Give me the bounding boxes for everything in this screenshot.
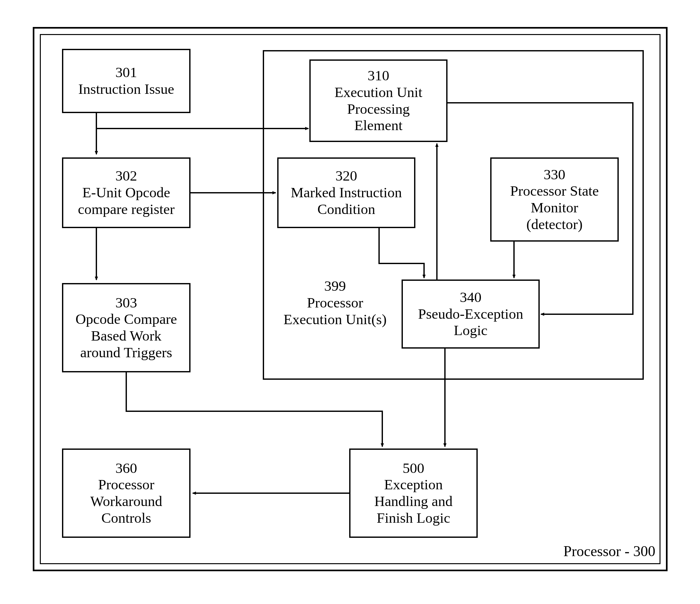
box-303-text3: around Triggers [80,345,172,361]
box-302: 302 E-Unit Opcode compare register [62,157,191,228]
box-320: 320 Marked Instruction Condition [277,157,416,228]
box-330-text1: Processor State [510,183,599,200]
processor-caption-label: Processor - [564,543,630,559]
box-360-text3: Controls [101,510,151,527]
label-399-text1: Processor [272,295,398,311]
box-310-num: 310 [368,68,389,84]
box-360: 360 Processor Workaround Controls [62,449,191,538]
box-303-num: 303 [115,295,137,311]
box-302-text1: E-Unit Opcode [82,184,170,201]
diagram-canvas: 301 Instruction Issue 302 E-Unit Opcode … [0,0,700,604]
box-310: 310 Execution Unit Processing Element [309,59,448,142]
box-320-text2: Condition [317,201,375,218]
box-301-text: Instruction Issue [78,81,174,98]
box-301: 301 Instruction Issue [62,49,191,113]
label-399: 399 Processor Execution Unit(s) [272,278,398,328]
box-360-text2: Workaround [90,493,162,510]
box-360-text1: Processor [98,476,154,493]
box-330-text2: Monitor [531,200,578,216]
box-303: 303 Opcode Compare Based Work around Tri… [62,283,191,372]
box-340: 340 Pseudo-Exception Logic [402,279,540,349]
box-303-text1: Opcode Compare [75,311,177,328]
box-310-text1: Execution Unit [334,84,422,101]
box-500-text3: Finish Logic [377,510,450,527]
processor-caption-num: 300 [633,543,655,559]
box-310-text3: Element [354,117,402,134]
box-303-text2: Based Work [91,328,161,345]
processor-caption: Processor - 300 [546,543,655,560]
box-340-text1: Pseudo-Exception [418,306,523,323]
label-399-num: 399 [272,278,398,295]
box-310-text2: Processing [347,101,410,118]
box-340-num: 340 [460,289,481,306]
box-320-num: 320 [335,168,357,184]
box-500-num: 500 [402,460,424,477]
box-330: 330 Processor State Monitor (detector) [490,157,619,242]
box-500: 500 Exception Handling and Finish Logic [349,449,478,538]
box-302-text2: compare register [78,201,174,218]
box-330-text3: (detector) [527,216,583,233]
box-340-text2: Logic [454,322,488,339]
label-399-text2: Execution Unit(s) [272,311,398,328]
box-301-num: 301 [115,64,137,81]
box-302-num: 302 [115,168,137,184]
box-500-text2: Handling and [374,493,453,510]
box-500-text1: Exception [384,476,443,493]
box-320-text1: Marked Instruction [291,184,402,201]
box-360-num: 360 [115,460,137,477]
box-330-num: 330 [544,167,566,183]
